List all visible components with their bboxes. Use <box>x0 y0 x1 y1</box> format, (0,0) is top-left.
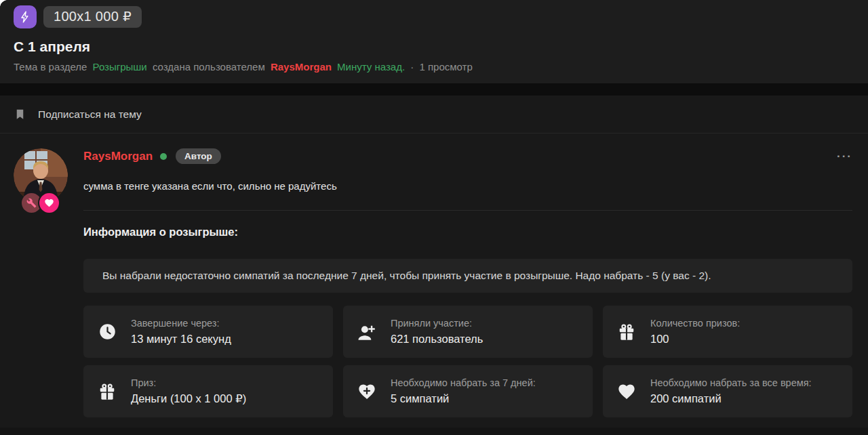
stat-label: Необходимо набрать за все время: <box>650 377 812 388</box>
forum-section-link[interactable]: Розыгрыши <box>93 61 147 72</box>
stat-value: 200 симпатий <box>650 392 812 405</box>
stat-value: Деньги (100 х 1 000 ₽) <box>131 392 246 405</box>
meta-separator: · <box>410 61 414 72</box>
online-status-dot <box>160 153 167 160</box>
post-menu-button[interactable]: ··· <box>837 153 852 160</box>
thread-prefix-row: 100x1 000 ₽ <box>14 5 852 28</box>
stat-label: Необходимо набрать за 7 дней: <box>391 377 536 388</box>
views-count: 1 просмотр <box>419 61 472 72</box>
clock-icon <box>96 323 119 341</box>
thread-header: 100x1 000 ₽ С 1 апреля Тема в разделе Ро… <box>0 0 868 83</box>
giveaway-heading: Информация о розыгрыше: <box>83 226 852 239</box>
stat-value: 5 симпатий <box>391 392 536 405</box>
stat-card-prize-count: Количество призов: 100 <box>603 306 852 358</box>
post: RaysMorgan Автор ··· сумма в тенге указа… <box>0 133 868 428</box>
meta-prefix-text: Тема в разделе <box>14 61 87 72</box>
heart-plus-icon <box>355 382 378 401</box>
stat-card-likes-alltime: Необходимо набрать за все время: 200 сим… <box>603 365 852 417</box>
bookmark-icon <box>14 108 26 121</box>
stat-value: 621 пользователь <box>391 333 483 346</box>
subscribe-button[interactable]: Подписаться на тему <box>0 96 868 133</box>
stat-value: 13 минут 16 секунд <box>131 333 231 346</box>
heart-badge-icon <box>38 192 60 214</box>
forum-thread-page: 100x1 000 ₽ С 1 апреля Тема в разделе Ро… <box>0 0 868 435</box>
prize-amount-badge: 100x1 000 ₽ <box>43 6 142 28</box>
giveaway-notice: Вы набрали недостаточно симпатий за посл… <box>83 259 852 293</box>
gift-icon <box>615 323 638 341</box>
stat-label: Приняли участие: <box>391 318 483 329</box>
thread-time-link[interactable]: Минуту назад. <box>337 61 405 72</box>
thread-title: С 1 апреля <box>14 39 852 55</box>
lightning-prefix-badge <box>14 5 37 28</box>
heart-icon <box>615 382 638 401</box>
section-gap <box>0 83 868 96</box>
stat-card-prize: Приз: Деньги (100 х 1 000 ₽) <box>83 365 333 417</box>
stat-label: Приз: <box>131 377 246 388</box>
gift-icon <box>96 382 119 401</box>
user-plus-icon <box>355 322 378 342</box>
post-author-link[interactable]: RaysMorgan <box>83 150 153 163</box>
stat-card-participants: Приняли участие: 621 пользователь <box>343 306 593 358</box>
thread-meta: Тема в разделе Розыгрыши создана пользов… <box>14 61 852 72</box>
stat-label: Количество призов: <box>650 318 740 329</box>
post-main: RaysMorgan Автор ··· сумма в тенге указа… <box>83 148 852 428</box>
stat-card-likes-7days: Необходимо набрать за 7 дней: 5 симпатий <box>343 365 593 417</box>
author-role-badge: Автор <box>176 148 221 164</box>
thread-content-panel: Подписаться на тему <box>0 96 868 428</box>
meta-middle-text: создана пользователем <box>153 61 265 72</box>
giveaway-stats-grid: Завершение через: 13 минут 16 секунд <box>83 306 852 428</box>
stat-label: Завершение через: <box>131 318 231 329</box>
post-head: RaysMorgan Автор ··· <box>83 148 852 164</box>
post-divider <box>83 210 852 211</box>
post-body-text: сумма в тенге указана если что, сильно н… <box>83 180 852 192</box>
lightning-icon <box>18 10 32 24</box>
subscribe-label: Подписаться на тему <box>38 108 142 121</box>
stat-value: 100 <box>650 333 740 346</box>
stat-card-ends-in: Завершение через: 13 минут 16 секунд <box>83 306 333 358</box>
avatar-wrap <box>14 148 68 428</box>
thread-author-link[interactable]: RaysMorgan <box>271 61 332 72</box>
